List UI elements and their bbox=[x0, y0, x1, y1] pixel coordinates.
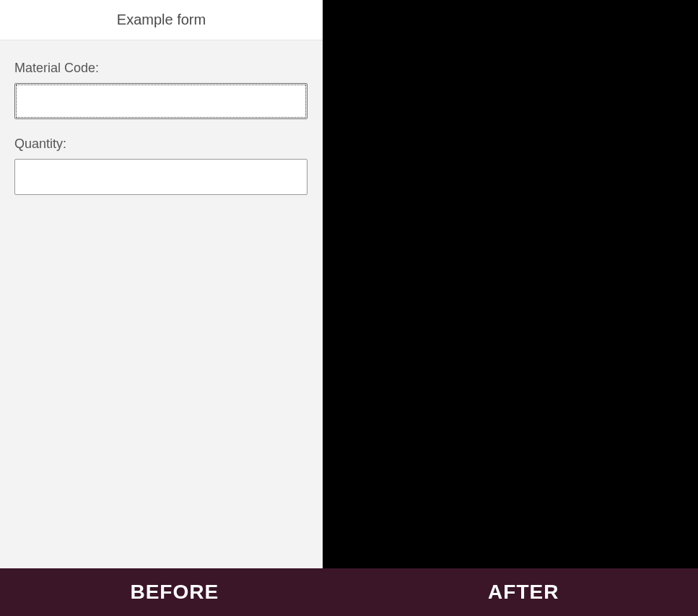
footer-bar: BEFORE AFTER bbox=[0, 568, 698, 616]
material-code-input[interactable] bbox=[14, 83, 307, 119]
form-title: Example form bbox=[117, 12, 206, 28]
footer-before: BEFORE bbox=[0, 568, 349, 616]
material-code-label: Material Code: bbox=[14, 61, 308, 76]
field-group-quantity: Quantity: bbox=[14, 136, 308, 195]
form-body: Material Code: Quantity: bbox=[0, 40, 323, 227]
after-pane bbox=[323, 0, 698, 568]
after-label: AFTER bbox=[488, 581, 559, 604]
quantity-label: Quantity: bbox=[14, 136, 308, 152]
field-group-material-code: Material Code: bbox=[14, 61, 308, 119]
before-pane: Example form Material Code: Quantity: bbox=[0, 0, 323, 568]
before-label: BEFORE bbox=[130, 581, 219, 604]
quantity-input[interactable] bbox=[14, 159, 307, 195]
comparison-split: Example form Material Code: Quantity: bbox=[0, 0, 698, 568]
form-header: Example form bbox=[0, 0, 323, 40]
footer-after: AFTER bbox=[349, 568, 699, 616]
